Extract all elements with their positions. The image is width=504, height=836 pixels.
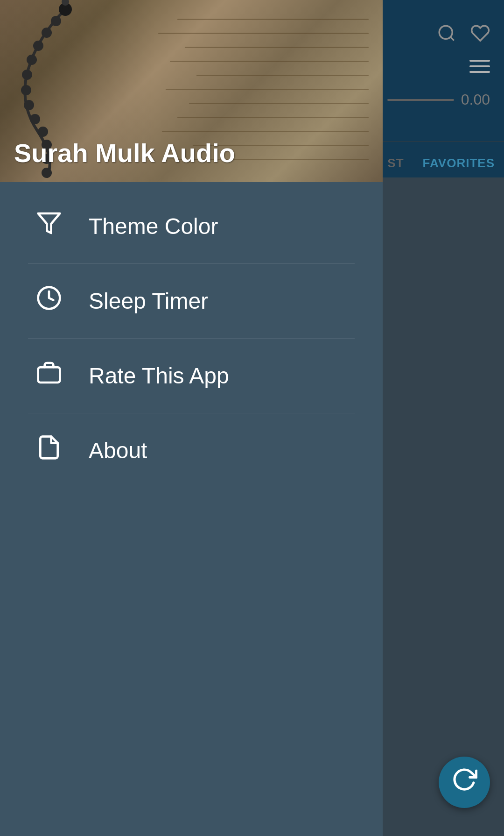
svg-point-9 xyxy=(27,55,37,65)
about-label: About xyxy=(89,438,147,463)
svg-marker-20 xyxy=(38,213,60,233)
svg-point-6 xyxy=(51,16,61,26)
sleep-timer-label: Sleep Timer xyxy=(89,288,208,314)
menu-item-rate-app[interactable]: Rate This App xyxy=(0,341,383,411)
drawer-menu: Theme Color Sleep Timer xyxy=(0,182,383,495)
menu-item-theme-color[interactable]: Theme Color xyxy=(0,191,383,261)
drawer-scrim[interactable] xyxy=(383,0,504,836)
divider-3 xyxy=(28,413,355,413)
sleep-timer-icon xyxy=(28,285,70,317)
app-container: 0.00 ST FAVORITES xyxy=(0,0,504,836)
menu-item-about[interactable]: About xyxy=(0,416,383,485)
svg-point-7 xyxy=(42,28,52,38)
svg-point-11 xyxy=(21,85,31,95)
about-icon xyxy=(28,434,70,467)
app-title: Surah Mulk Audio xyxy=(14,138,235,168)
drawer-header: Surah Mulk Audio xyxy=(0,0,383,182)
menu-item-sleep-timer[interactable]: Sleep Timer xyxy=(0,266,383,336)
svg-point-14 xyxy=(38,127,48,137)
theme-color-label: Theme Color xyxy=(89,213,218,239)
svg-point-13 xyxy=(30,114,40,124)
navigation-drawer: Surah Mulk Audio Theme Color xyxy=(0,0,383,836)
divider-1 xyxy=(28,263,355,264)
svg-point-10 xyxy=(22,70,32,80)
rate-app-icon xyxy=(28,360,70,392)
svg-point-8 xyxy=(33,41,43,51)
svg-point-12 xyxy=(24,100,34,110)
svg-point-17 xyxy=(42,168,52,178)
divider-2 xyxy=(28,338,355,339)
theme-color-icon xyxy=(28,210,70,242)
refresh-icon xyxy=(451,766,477,798)
svg-rect-22 xyxy=(38,367,60,383)
rate-app-label: Rate This App xyxy=(89,363,229,389)
fab-refresh-button[interactable] xyxy=(439,757,490,808)
